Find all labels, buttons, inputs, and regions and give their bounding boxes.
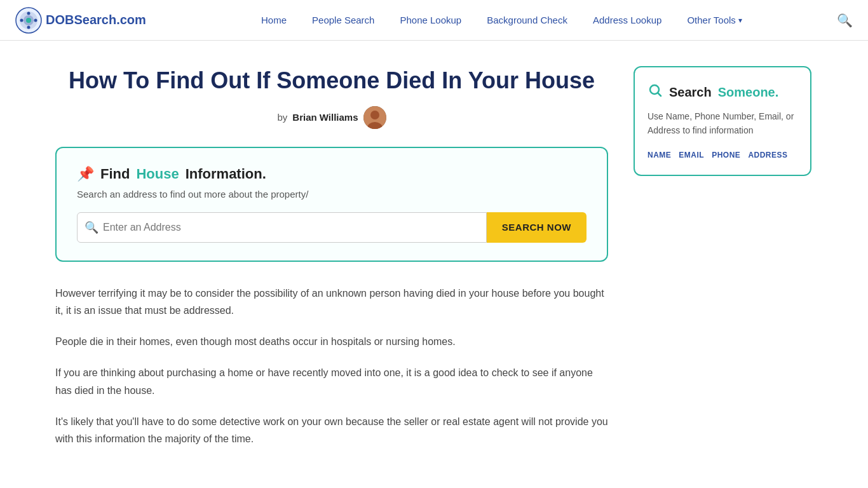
sidebar-search-icon bbox=[648, 83, 663, 102]
nav-people-search[interactable]: People Search bbox=[299, 0, 387, 41]
widget-subtitle: Search an address to find out more about… bbox=[77, 189, 587, 200]
avatar-image bbox=[363, 106, 386, 129]
logo-search: Search bbox=[74, 13, 116, 27]
sidebar: Search Someone. Use Name, Phone Number, … bbox=[634, 66, 811, 461]
sidebar-description: Use Name, Phone Number, Email, or Addres… bbox=[648, 109, 797, 138]
search-now-button[interactable]: SEARCH NOW bbox=[487, 212, 587, 243]
widget-title-find: Find bbox=[100, 166, 130, 182]
avatar bbox=[363, 106, 386, 129]
body-paragraph-1: However terrifying it may be to consider… bbox=[55, 285, 608, 319]
main-nav: Home People Search Phone Lookup Backgrou… bbox=[166, 0, 837, 41]
svg-point-9 bbox=[370, 111, 379, 119]
nav-background-check[interactable]: Background Check bbox=[474, 0, 580, 41]
sidebar-tab-address[interactable]: ADDRESS bbox=[748, 151, 787, 159]
author-prefix: by bbox=[277, 112, 287, 123]
address-input-wrap: 🔍 bbox=[77, 212, 487, 243]
sidebar-title: Search Someone. bbox=[648, 83, 797, 102]
logo-com: .com bbox=[116, 13, 146, 27]
sidebar-tabs: NAME EMAIL PHONE ADDRESS bbox=[648, 151, 797, 159]
page-title: How To Find Out If Someone Died In Your … bbox=[55, 66, 608, 96]
header-search-icon[interactable]: 🔍 bbox=[837, 13, 853, 28]
author-name: Brian Williams bbox=[292, 112, 358, 123]
pin-icon: 📌 bbox=[77, 166, 94, 182]
svg-line-12 bbox=[658, 93, 661, 97]
sidebar-tab-name[interactable]: NAME bbox=[648, 151, 671, 159]
svg-point-3 bbox=[26, 18, 31, 23]
nav-address-lookup[interactable]: Address Lookup bbox=[580, 0, 674, 41]
search-row: 🔍 SEARCH NOW bbox=[77, 212, 587, 243]
search-input-icon: 🔍 bbox=[85, 220, 98, 234]
sidebar-tab-email[interactable]: EMAIL bbox=[679, 151, 704, 159]
svg-point-4 bbox=[27, 11, 31, 15]
sidebar-card: Search Someone. Use Name, Phone Number, … bbox=[634, 66, 811, 176]
widget-title-house: House bbox=[136, 166, 179, 182]
author-line: by Brian Williams bbox=[55, 106, 608, 129]
nav-other-tools[interactable]: Other Tools ▾ bbox=[674, 0, 754, 41]
chevron-down-icon: ▾ bbox=[738, 16, 742, 25]
site-header: DOBSearch.com Home People Search Phone L… bbox=[0, 0, 868, 41]
nav-phone-lookup[interactable]: Phone Lookup bbox=[387, 0, 474, 41]
logo-dob: DOB bbox=[46, 13, 74, 27]
body-paragraph-2: People die in their homes, even though m… bbox=[55, 333, 608, 350]
logo-icon bbox=[15, 7, 42, 34]
sidebar-search-label: Search bbox=[669, 85, 712, 100]
widget-title-info: Information. bbox=[186, 166, 266, 182]
svg-point-7 bbox=[34, 18, 37, 22]
sidebar-tab-phone[interactable]: PHONE bbox=[712, 151, 740, 159]
widget-title: 📌 Find House Information. bbox=[77, 166, 587, 182]
svg-point-5 bbox=[27, 25, 31, 29]
svg-point-6 bbox=[20, 18, 24, 22]
sidebar-someone-label: Someone. bbox=[718, 85, 779, 100]
article-area: How To Find Out If Someone Died In Your … bbox=[55, 66, 608, 461]
address-input[interactable] bbox=[77, 212, 487, 243]
address-search-widget: 📌 Find House Information. Search an addr… bbox=[55, 147, 608, 262]
nav-home[interactable]: Home bbox=[248, 0, 299, 41]
logo-link[interactable]: DOBSearch.com bbox=[15, 7, 146, 34]
main-container: How To Find Out If Someone Died In Your … bbox=[40, 41, 828, 487]
body-paragraph-3: If you are thinking about purchasing a h… bbox=[55, 364, 608, 398]
body-paragraph-4: It's likely that you'll have to do some … bbox=[55, 413, 608, 447]
